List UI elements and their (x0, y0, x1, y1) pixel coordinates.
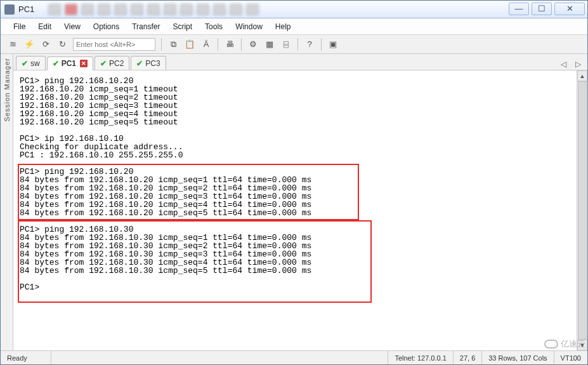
menu-bar: File Edit View Options Transfer Script T… (1, 18, 587, 35)
session-manager-label: Session Manager (3, 58, 11, 122)
tab-pc3[interactable]: ✔ PC3 (131, 56, 166, 70)
paste-icon[interactable]: 📋 (182, 37, 197, 51)
quick-toolbar-blurred (48, 3, 259, 16)
tab-label: sw (30, 59, 40, 68)
app-icon (4, 4, 15, 15)
options-icon[interactable]: ⌸ (278, 37, 294, 51)
terminal-output: PC1> ping 192.168.10.20 192.168.10.20 ic… (13, 70, 577, 291)
check-icon: ✔ (100, 59, 107, 68)
tab-prev-button[interactable]: ◁ (558, 58, 569, 70)
tab-label: PC1 (62, 59, 76, 68)
properties-icon[interactable]: ▦ (262, 37, 277, 51)
scroll-track[interactable] (577, 81, 587, 340)
host-input[interactable] (73, 38, 155, 51)
status-ready: Ready (1, 351, 51, 364)
reconnect-icon[interactable]: ↻ (55, 37, 70, 51)
tab-navigation: ◁ ▷ (558, 58, 587, 70)
crt-icon[interactable]: ▣ (325, 37, 341, 51)
status-connection: Telnet: 127.0.0.1 (388, 351, 453, 364)
title-bar: PC1 — ☐ ✕ (1, 1, 587, 18)
toolbar-separator (161, 38, 162, 51)
maximize-button[interactable]: ☐ (532, 3, 552, 15)
menu-view[interactable]: View (58, 20, 87, 34)
status-emulation: VT100 (554, 351, 587, 364)
tab-sw[interactable]: ✔ sw (16, 56, 46, 70)
menu-file[interactable]: File (7, 20, 32, 34)
work-area: ✔ sw ✔ PC1 ✕ ✔ PC2 ✔ PC3 ◁ ▷ (13, 54, 587, 350)
find-icon[interactable]: Ä (199, 37, 214, 51)
menu-window[interactable]: Window (229, 20, 269, 34)
menu-script[interactable]: Script (166, 20, 199, 34)
tab-label: PC2 (109, 59, 124, 68)
tab-pc1[interactable]: ✔ PC1 ✕ (47, 56, 93, 70)
menu-edit[interactable]: Edit (32, 20, 58, 34)
minimize-button[interactable]: — (509, 3, 529, 15)
menu-tools[interactable]: Tools (199, 20, 229, 34)
session-manager-panel[interactable]: Session Manager (1, 54, 13, 350)
help-icon[interactable]: ? (302, 37, 317, 51)
toolbar-separator (297, 38, 298, 51)
menu-transfer[interactable]: Transfer (126, 20, 166, 34)
status-cursor: 27, 6 (454, 351, 482, 364)
close-window-button[interactable]: ✕ (554, 3, 585, 15)
session-tabs: ✔ sw ✔ PC1 ✕ ✔ PC2 ✔ PC3 ◁ ▷ (13, 54, 587, 70)
scroll-thumb[interactable] (578, 81, 587, 340)
tab-next-button[interactable]: ▷ (573, 58, 584, 70)
refresh-icon[interactable]: ⟳ (38, 37, 53, 51)
print-icon[interactable]: 🖶 (222, 37, 237, 51)
tab-pc2[interactable]: ✔ PC2 (95, 56, 129, 70)
check-icon: ✔ (22, 59, 28, 68)
scroll-down-button[interactable]: ▼ (577, 340, 587, 350)
status-spacer (51, 351, 388, 364)
toolbar-separator (241, 38, 242, 51)
scroll-up-button[interactable]: ▲ (577, 70, 587, 81)
toolbar: ≋ ⚡ ⟳ ↻ ⧉ 📋 Ä 🖶 ⚙ ▦ ⌸ ? ▣ (1, 35, 587, 54)
window-controls: — ☐ ✕ (506, 3, 585, 17)
lightning-icon[interactable]: ⚡ (22, 37, 37, 51)
check-icon: ✔ (53, 59, 59, 68)
menu-options[interactable]: Options (87, 20, 126, 34)
app-window: PC1 — ☐ ✕ File Edit View Options Transfe… (0, 0, 588, 365)
terminal[interactable]: PC1> ping 192.168.10.20 192.168.10.20 ic… (13, 70, 577, 350)
status-size: 33 Rows, 107 Cols (482, 351, 554, 364)
toolbar-separator (321, 38, 322, 51)
tab-label: PC3 (145, 59, 160, 68)
status-bar: Ready Telnet: 127.0.0.1 27, 6 33 Rows, 1… (1, 350, 587, 364)
cascade-icon[interactable]: ≋ (5, 37, 20, 51)
vertical-scrollbar[interactable]: ▲ ▼ (577, 70, 587, 350)
check-icon: ✔ (136, 59, 143, 68)
main-area: Session Manager ✔ sw ✔ PC1 ✕ ✔ PC2 (1, 54, 587, 350)
copy-icon[interactable]: ⧉ (166, 37, 181, 51)
tab-close-icon[interactable]: ✕ (80, 60, 88, 67)
menu-help[interactable]: Help (269, 20, 297, 34)
gear-icon[interactable]: ⚙ (245, 37, 261, 51)
toolbar-separator (218, 38, 218, 51)
terminal-container: PC1> ping 192.168.10.20 192.168.10.20 ic… (13, 70, 587, 350)
window-title: PC1 (18, 4, 34, 14)
